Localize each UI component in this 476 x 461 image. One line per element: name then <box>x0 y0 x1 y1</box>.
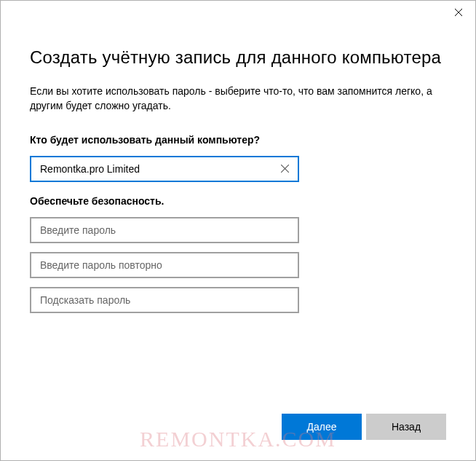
dialog-content: Создать учётную запись для данного компь… <box>1 24 475 313</box>
username-label: Кто будет использовать данный компьютер? <box>30 134 446 146</box>
password-hint-input[interactable] <box>30 287 299 313</box>
back-button[interactable]: Назад <box>366 414 446 440</box>
dialog-footer: Далее Назад <box>282 414 446 440</box>
dialog-description: Если вы хотите использовать пароль - выб… <box>30 84 446 114</box>
clear-username-button[interactable] <box>276 160 293 178</box>
username-input-wrap <box>30 156 446 182</box>
close-button[interactable] <box>442 1 475 24</box>
password-group <box>30 217 446 313</box>
next-button[interactable]: Далее <box>282 414 362 440</box>
clear-icon <box>281 165 289 173</box>
username-input[interactable] <box>30 156 299 182</box>
titlebar <box>1 1 475 24</box>
dialog-title: Создать учётную запись для данного компь… <box>30 47 446 68</box>
password-input[interactable] <box>30 217 299 243</box>
close-icon <box>455 9 462 16</box>
security-label: Обеспечьте безопасность. <box>30 195 446 207</box>
password-confirm-input[interactable] <box>30 252 299 278</box>
